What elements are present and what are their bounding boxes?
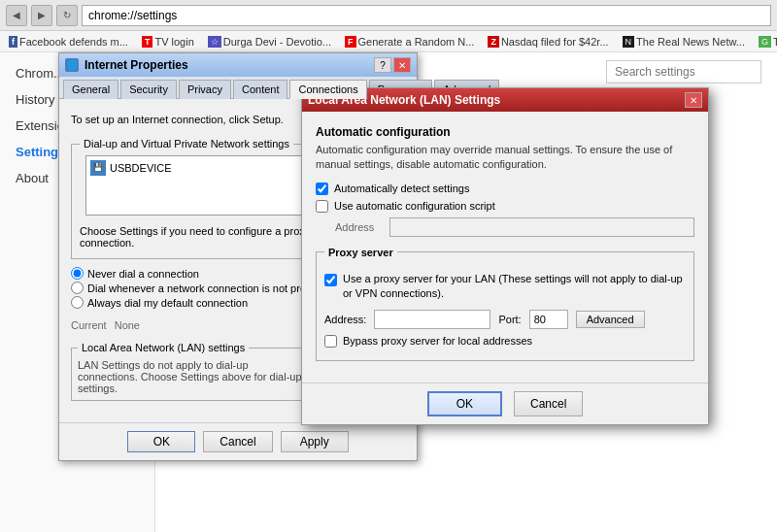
radio-never-input[interactable] [71, 267, 84, 280]
lan-cancel-button[interactable]: Cancel [514, 391, 583, 416]
address-input[interactable] [389, 217, 694, 237]
dialog-controls: ? ✕ [374, 57, 411, 73]
radio-always-input[interactable] [71, 296, 84, 309]
proxy-legend: Proxy server [324, 247, 397, 258]
bookmarks-bar: f Facebook defends m... T TV login ☆ Dur… [0, 31, 777, 52]
dialog-footer: OK Cancel Apply [59, 422, 417, 460]
bookmark-item[interactable]: f Facebook defends m... [6, 35, 131, 49]
tab-security[interactable]: Security [120, 80, 177, 99]
bookmark-item[interactable]: F Generate a Random N... [342, 35, 477, 49]
proxy-section: Proxy server Use a proxy server for your… [316, 247, 694, 361]
tab-privacy[interactable]: Privacy [179, 80, 231, 99]
dialup-list-item: 💾 USBDEVICE [90, 160, 306, 176]
proxy-use-label: Use a proxy server for your LAN (These s… [343, 272, 686, 302]
radio-always-label: Always dial my default connection [87, 297, 248, 309]
lan-ok-button[interactable]: OK [427, 391, 502, 416]
lan-settings-dialog[interactable]: Local Area Network (LAN) Settings ✕ Auto… [301, 87, 709, 425]
proxy-use-checkbox[interactable] [324, 274, 337, 286]
internet-properties-icon: 🌐 [65, 58, 79, 72]
browser-toolbar: ◀ ▶ ↻ [0, 0, 777, 31]
bypass-checkbox[interactable] [324, 335, 337, 348]
bypass-label: Bypass proxy server for local addresses [343, 335, 532, 347]
lan-close-button[interactable]: ✕ [685, 92, 702, 108]
proxy-use-row: Use a proxy server for your LAN (These s… [324, 272, 686, 302]
lan-settings-text: LAN Settings do not apply to dial-up con… [78, 359, 311, 394]
proxy-port-input[interactable] [529, 310, 568, 329]
usb-device-label: USBDEVICE [110, 162, 172, 174]
auto-script-label: Use automatic configuration script [334, 200, 495, 212]
refresh-button[interactable]: ↻ [56, 5, 78, 26]
lan-dialog-footer: OK Cancel [302, 382, 708, 424]
bookmark-label: Generate a Random N... [358, 36, 475, 48]
bookmark-item[interactable]: Z Nasdaq filed for $42r... [485, 35, 611, 49]
auto-detect-checkbox[interactable] [316, 183, 328, 195]
bookmark-label: Nasdaq filed for $42r... [501, 36, 609, 48]
bypass-row: Bypass proxy server for local addresses [324, 335, 686, 348]
bookmark-item[interactable]: N The Real News Netw... [620, 35, 748, 49]
auto-detect-row: Automatically detect settings [316, 183, 694, 195]
dialog-titlebar: 🌐 Internet Properties ? ✕ [59, 53, 417, 77]
lan-legend: Local Area Network (LAN) settings [78, 342, 249, 353]
proxy-port-label: Port: [498, 314, 521, 325]
bookmark-label: Durga Devi - Devotio... [223, 36, 331, 48]
search-bar-wrap [606, 60, 761, 83]
dialup-list: 💾 USBDEVICE [85, 155, 311, 216]
lan-dialog-controls: ✕ [685, 92, 702, 108]
search-input[interactable] [606, 60, 761, 83]
proxy-address-row: Address: Port: Advanced [324, 310, 686, 329]
radio-whenever-label: Dial whenever a network connection is no… [87, 283, 326, 294]
proxy-address-label: Address: [324, 314, 366, 325]
auto-script-row: Use automatic configuration script [316, 200, 694, 213]
radio-whenever-input[interactable] [71, 282, 84, 294]
apply-button[interactable]: Apply [281, 431, 349, 452]
auto-config-desc: Automatic configuration may override man… [316, 143, 694, 173]
close-button[interactable]: ✕ [393, 57, 411, 73]
address-label: Address [335, 221, 384, 233]
address-row: Address [335, 217, 694, 237]
bookmark-item[interactable]: T TV login [139, 35, 197, 49]
bookmark-label: The Real News Netw... [636, 36, 745, 48]
ok-button[interactable]: OK [127, 431, 195, 452]
none-label: None [115, 319, 140, 331]
proxy-config-text: Choose Settings if you need to configure… [80, 225, 336, 249]
tab-connections[interactable]: Connections [289, 80, 366, 99]
tab-general[interactable]: General [63, 80, 118, 99]
bookmark-label: Top 100 B [773, 36, 777, 48]
dialog-title: Internet Properties [84, 58, 188, 72]
auto-detect-label: Automatically detect settings [334, 183, 469, 194]
bookmark-item[interactable]: G Top 100 B [756, 35, 777, 49]
bookmark-item[interactable]: ☆ Durga Devi - Devotio... [205, 35, 334, 49]
lan-dialog-body: Automatic configuration Automatic config… [302, 112, 708, 382]
address-bar[interactable] [82, 5, 771, 26]
bookmark-label: Facebook defends m... [19, 36, 128, 48]
radio-never-label: Never dial a connection [87, 268, 199, 280]
cancel-button[interactable]: Cancel [203, 431, 272, 452]
back-button[interactable]: ◀ [6, 5, 27, 26]
current-label: Current [71, 319, 107, 331]
tabs-row: General Security Privacy Content Connect… [59, 77, 417, 99]
proxy-address-input[interactable] [374, 310, 490, 329]
usb-icon: 💾 [90, 160, 106, 176]
auto-script-checkbox[interactable] [316, 200, 328, 213]
auto-config-title: Automatic configuration [316, 125, 694, 139]
help-button[interactable]: ? [374, 57, 391, 73]
advanced-button[interactable]: Advanced [576, 311, 645, 328]
forward-button[interactable]: ▶ [31, 5, 52, 26]
dialup-legend: Dial-up and Virtual Private Network sett… [80, 138, 293, 150]
tab-content[interactable]: Content [233, 80, 288, 99]
bookmark-label: TV login [154, 36, 193, 48]
